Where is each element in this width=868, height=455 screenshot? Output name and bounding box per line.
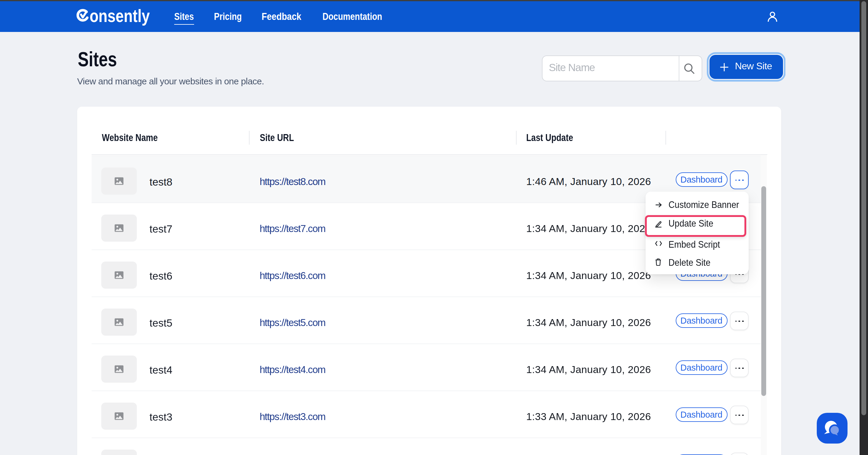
svg-text:onsently: onsently: [90, 6, 150, 26]
